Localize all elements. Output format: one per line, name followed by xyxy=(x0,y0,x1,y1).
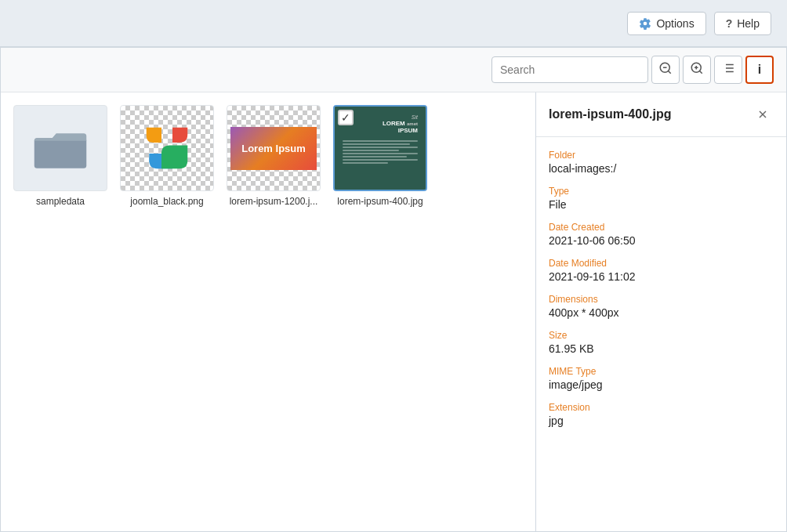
checkmark-icon: ✓ xyxy=(338,110,354,125)
list-item[interactable]: joomla_black.png xyxy=(120,105,214,207)
file-grid: sampledata xyxy=(1,92,535,531)
file-name: sampledata xyxy=(36,196,85,207)
info-row-extension: Extension jpg xyxy=(549,402,774,427)
info-row-folder: Folder local-images:/ xyxy=(549,150,774,175)
info-row-type: Type File xyxy=(549,186,774,211)
svg-rect-13 xyxy=(34,138,87,168)
folder-label: Folder xyxy=(549,150,774,161)
mime-value: image/jpeg xyxy=(549,378,774,391)
top-bar: Options ? Help xyxy=(0,0,787,47)
info-row-date-modified: Date Modified 2021-09-16 11:02 xyxy=(549,258,774,283)
file-thumbnail: ✓ Sit LOREM amet IPSUM xyxy=(333,105,427,191)
lorem-banner-text: Lorem Ipsum xyxy=(241,143,306,154)
date-modified-value: 2021-09-16 11:02 xyxy=(549,270,774,283)
file-name: joomla_black.png xyxy=(130,196,203,207)
size-value: 61.95 KB xyxy=(549,342,774,355)
gear-icon xyxy=(639,17,651,30)
extension-label: Extension xyxy=(549,402,774,413)
date-created-value: 2021-10-06 06:50 xyxy=(549,234,774,247)
info-panel-title: lorem-ipsum-400.jpg xyxy=(549,107,671,121)
main-area: i sampledata xyxy=(0,47,787,532)
info-row-size: Size 61.95 KB xyxy=(549,330,774,355)
zoom-in-button[interactable] xyxy=(683,56,711,84)
file-thumbnail: Lorem Ipsum xyxy=(227,105,321,191)
type-label: Type xyxy=(549,186,774,197)
info-close-button[interactable] xyxy=(752,103,774,125)
search-input[interactable] xyxy=(491,56,648,83)
dimensions-value: 400px * 400px xyxy=(549,306,774,319)
list-item[interactable]: sampledata xyxy=(13,105,107,207)
info-row-date-created: Date Created 2021-10-06 06:50 xyxy=(549,222,774,247)
info-button[interactable]: i xyxy=(745,56,774,84)
info-panel-body: Folder local-images:/ Type File Date Cre… xyxy=(536,137,786,440)
help-button[interactable]: ? Help xyxy=(714,12,771,35)
zoom-out-icon xyxy=(658,61,673,78)
file-thumbnail xyxy=(13,105,107,191)
joomla-logo-icon xyxy=(140,121,194,176)
info-icon: i xyxy=(758,63,761,77)
mime-label: MIME Type xyxy=(549,366,774,377)
extension-value: jpg xyxy=(549,414,774,427)
options-label: Options xyxy=(656,17,694,30)
close-icon xyxy=(756,108,769,121)
list-view-icon xyxy=(721,61,735,78)
zoom-out-button[interactable] xyxy=(651,56,680,84)
file-name: lorem-ipsum-1200.j... xyxy=(230,196,318,207)
svg-line-1 xyxy=(668,71,670,73)
folder-value: local-images:/ xyxy=(549,162,774,175)
list-item[interactable]: Lorem Ipsum lorem-ipsum-1200.j... xyxy=(227,105,321,207)
file-thumbnail xyxy=(120,105,214,191)
size-label: Size xyxy=(549,330,774,341)
zoom-in-icon xyxy=(690,61,704,78)
info-row-dimensions: Dimensions 400px * 400px xyxy=(549,294,774,319)
options-button[interactable]: Options xyxy=(627,12,705,35)
date-created-label: Date Created xyxy=(549,222,774,233)
info-row-mime: MIME Type image/jpeg xyxy=(549,366,774,391)
content-area: sampledata xyxy=(1,92,786,531)
list-view-button[interactable] xyxy=(714,56,742,84)
svg-line-4 xyxy=(699,71,702,73)
lorem-banner-preview: Lorem Ipsum xyxy=(230,127,317,170)
lorem-400-preview: ✓ Sit LOREM amet IPSUM xyxy=(335,107,426,190)
list-item[interactable]: ✓ Sit LOREM amet IPSUM xyxy=(333,105,427,207)
help-icon: ? xyxy=(726,17,733,30)
toolbar: i xyxy=(1,48,786,92)
date-modified-label: Date Modified xyxy=(549,258,774,269)
folder-icon xyxy=(33,125,88,172)
dimensions-label: Dimensions xyxy=(549,294,774,305)
help-label: Help xyxy=(737,17,760,30)
file-name: lorem-ipsum-400.jpg xyxy=(337,196,423,207)
info-panel-header: lorem-ipsum-400.jpg xyxy=(536,92,786,137)
info-panel: lorem-ipsum-400.jpg Folder local-images:… xyxy=(535,92,786,531)
type-value: File xyxy=(549,198,774,211)
